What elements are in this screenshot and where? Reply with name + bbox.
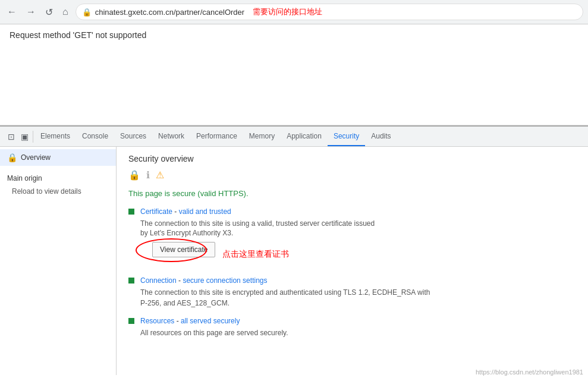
- lock-icon: 🔒: [82, 8, 92, 17]
- main-origin-label: Main origin: [0, 172, 116, 185]
- resources-section: Resources - all served securely All reso…: [128, 317, 576, 338]
- connection-section: Connection - secure connection settings …: [128, 276, 576, 308]
- cert-status: valid and trusted: [179, 207, 231, 216]
- tab-console[interactable]: Console: [76, 127, 114, 146]
- tab-application[interactable]: Application: [281, 127, 328, 146]
- tab-sources[interactable]: Sources: [114, 127, 152, 146]
- overview-lock-icon: 🔒: [7, 153, 17, 162]
- sidebar-item-overview[interactable]: 🔒 Overview: [0, 149, 116, 166]
- res-heading: Resources - all served securely: [140, 317, 240, 325]
- nav-bar: ← → ↺ ⌂ 🔒 chinatest.gxetc.com.cn/partner…: [0, 0, 588, 24]
- cert-green-square: [128, 209, 134, 215]
- res-heading-row: Resources - all served securely: [128, 317, 576, 325]
- overview-label: Overview: [21, 153, 51, 162]
- res-desc: All resources on this page are served se…: [140, 327, 438, 338]
- address-bar[interactable]: 🔒 chinatest.gxetc.com.cn/partner/cancelO…: [76, 4, 583, 20]
- conn-green-square: [128, 278, 134, 284]
- tab-elements[interactable]: Elements: [34, 127, 76, 146]
- devtools-dock-icon[interactable]: ⊡: [5, 130, 18, 144]
- conn-status: secure connection settings: [183, 276, 267, 285]
- secure-text: This page is secure (valid HTTPS).: [128, 189, 576, 198]
- reload-to-view-label: Reload to view details: [0, 185, 116, 198]
- devtools-separator: [33, 131, 33, 143]
- tab-performance[interactable]: Performance: [190, 127, 243, 146]
- tab-memory[interactable]: Memory: [243, 127, 281, 146]
- cert-desc2: by Let's Encrypt Authority X3.: [140, 228, 438, 238]
- forward-button[interactable]: →: [24, 5, 38, 18]
- watermark: https://blog.csdn.net/zhongliwen1981: [476, 368, 583, 376]
- devtools-tabs-bar: ⊡ ▣ Elements Console Sources Network Per…: [0, 127, 588, 147]
- cert-heading: Certificate - valid and trusted: [140, 207, 231, 216]
- devtools-sidebar: 🔒 Overview Main origin Reload to view de…: [0, 147, 117, 375]
- oval-container: View certificate: [140, 242, 215, 267]
- reload-button[interactable]: ↺: [43, 5, 55, 19]
- certificate-section: Certificate - valid and trusted The conn…: [128, 207, 576, 267]
- page-content: Request method 'GET' not supported: [0, 24, 588, 125]
- address-annotation: 需要访问的接口地址: [253, 7, 322, 17]
- home-button[interactable]: ⌂: [60, 5, 71, 18]
- conn-heading: Connection - secure connection settings: [140, 276, 267, 285]
- view-certificate-button[interactable]: View certificate: [152, 242, 215, 257]
- tab-network[interactable]: Network: [152, 127, 190, 146]
- devtools-menu-icon[interactable]: ▣: [18, 130, 32, 144]
- conn-desc: The connection to this site is encrypted…: [140, 287, 438, 308]
- address-text: chinatest.gxetc.com.cn/partner/cancelOrd…: [95, 8, 244, 17]
- sec-lock-icon[interactable]: 🔒: [128, 169, 140, 181]
- tab-security[interactable]: Security: [328, 127, 365, 146]
- back-button[interactable]: ←: [5, 5, 19, 18]
- devtools-main-panel: Security overview 🔒 ℹ ⚠ This page is sec…: [117, 147, 588, 375]
- devtools-body: 🔒 Overview Main origin Reload to view de…: [0, 147, 588, 375]
- view-cert-row: View certificate 点击这里查看证书: [140, 242, 576, 267]
- page-error-text: Request method 'GET' not supported: [10, 30, 578, 40]
- security-overview-title: Security overview: [128, 154, 576, 163]
- cert-heading-row: Certificate - valid and trusted: [128, 207, 576, 216]
- conn-heading-row: Connection - secure connection settings: [128, 276, 576, 285]
- res-green-square: [128, 318, 134, 324]
- security-icons-row: 🔒 ℹ ⚠: [128, 169, 576, 181]
- devtools-panel: ⊡ ▣ Elements Console Sources Network Per…: [0, 125, 588, 375]
- res-status: all served securely: [181, 317, 240, 325]
- sec-warn-icon[interactable]: ⚠: [156, 169, 164, 181]
- tab-audits[interactable]: Audits: [365, 127, 397, 146]
- view-cert-annotation: 点击这里查看证书: [222, 249, 289, 260]
- sec-info-icon[interactable]: ℹ: [146, 169, 150, 181]
